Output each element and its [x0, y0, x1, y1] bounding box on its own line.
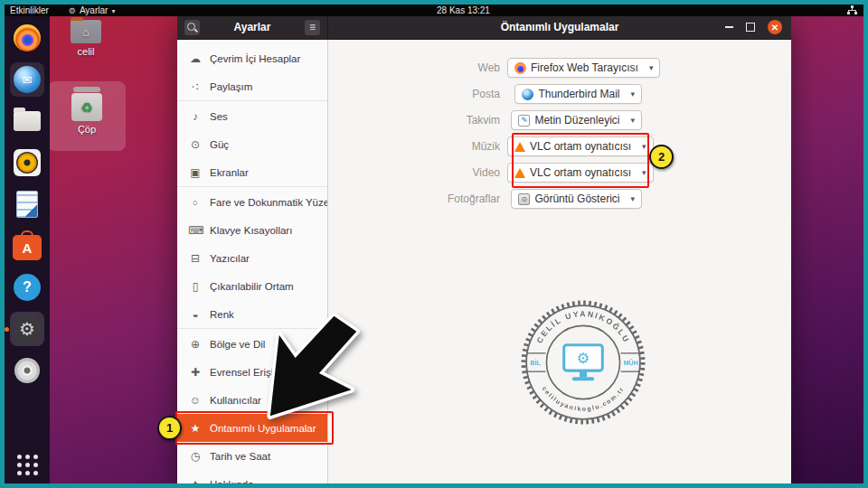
row-label: Fotoğraflar [328, 192, 507, 205]
svg-text:⚙: ⚙ [577, 350, 590, 366]
home-folder-icon: ⌂ [71, 20, 101, 43]
app-menu[interactable]: Ayarlar [69, 5, 116, 15]
sidebar-item-printers[interactable]: Yazıcılar [177, 244, 327, 272]
screen: Etkinlikler Ayarlar 28 Kas 13:21 ✉ A ? ⚙… [0, 0, 868, 488]
sidebar-item-label: Ses [210, 111, 228, 122]
activities-button[interactable]: Etkinlikler [10, 5, 49, 15]
accessibility-icon [188, 366, 203, 379]
page-title: Öntanımlı Uygulamalar [328, 21, 791, 33]
content-header: Öntanımlı Uygulamalar ✕ [328, 15, 791, 39]
dock-disc-icon[interactable] [10, 353, 44, 388]
network-icon[interactable] [847, 5, 857, 14]
desktop-icon-trash[interactable]: ♻ Çöp [48, 81, 126, 151]
sidebar-header: Ayarlar ≡ [177, 15, 328, 39]
default-app-row-mail: Posta Thunderbird Mail [328, 84, 642, 104]
window-header: Ayarlar ≡ Öntanımlı Uygulamalar ✕ [177, 15, 791, 40]
sidebar-item-label: Güç [210, 139, 229, 150]
firefox-icon [14, 24, 41, 52]
close-icon[interactable]: ✕ [768, 20, 782, 34]
sidebar-item-label: Tarih ve Saat [210, 451, 270, 462]
mouse-icon [188, 196, 203, 209]
annotation-marker-1: 1 [157, 416, 182, 440]
dropdown-value: Görüntü Gösterici [534, 192, 619, 205]
dock-files-icon[interactable] [10, 104, 44, 138]
dropdown-value: Firefox Web Tarayıcısı [531, 61, 638, 74]
thunderbird-icon [522, 89, 533, 100]
dropdown-value: VLC ortam oynatıcısı [530, 140, 631, 153]
sidebar-item-mouse-touchpad[interactable]: Fare ve Dokunmatik Yüzey [177, 188, 327, 216]
sidebar-item-label: Çevrim İçi Hesaplar [210, 53, 300, 64]
dock-software-icon[interactable]: A [10, 229, 44, 263]
sidebar-item-label: Fare ve Dokunmatik Yüzey [210, 197, 328, 208]
sidebar-item-online-accounts[interactable]: Çevrim İçi Hesaplar [177, 44, 327, 72]
sidebar-item-sharing[interactable]: Paylaşım [177, 72, 327, 100]
clock-icon [188, 450, 203, 463]
top-bar: Etkinlikler Ayarlar 28 Kas 13:21 [5, 4, 863, 16]
gear-icon: ⚙ [14, 316, 41, 343]
desktop-icon-label: Çöp [78, 124, 96, 135]
globe-icon [188, 338, 203, 351]
row-label: Müzik [328, 140, 507, 153]
watermark-stamp: CELİL UYANIKOĞLU celiluyanikoglu.com.tr … [519, 298, 647, 427]
printer-icon [188, 252, 203, 265]
running-indicator-dot [5, 327, 9, 332]
sidebar-item-keyboard-shortcuts[interactable]: Klavye Kısayolları [177, 216, 327, 244]
sidebar-item-about[interactable]: Hakkında [177, 470, 327, 483]
sidebar-item-label: Ekranlar [210, 167, 249, 178]
mail-app-dropdown[interactable]: Thunderbird Mail [514, 84, 642, 104]
video-app-dropdown[interactable]: VLC ortam oynatıcısı [507, 163, 654, 183]
search-button[interactable] [184, 20, 200, 35]
menu-button[interactable]: ≡ [305, 20, 320, 35]
default-app-row-photos: Fotoğraflar Görüntü Gösterici [328, 189, 642, 209]
sidebar-item-label: Klavye Kısayolları [210, 225, 292, 236]
firefox-icon [514, 62, 526, 74]
default-apps-rows: Web Firefox Web Tarayıcısı Posta Thunder… [328, 58, 642, 209]
music-app-dropdown[interactable]: VLC ortam oynatıcısı [507, 136, 654, 156]
chevron-down-icon [111, 5, 115, 15]
default-app-row-music: Müzik VLC ortam oynatıcısı [328, 136, 642, 156]
vlc-icon [514, 142, 525, 152]
text-editor-icon [518, 115, 530, 127]
dock-firefox-icon[interactable] [10, 21, 44, 55]
app-grid-icon[interactable] [17, 455, 38, 475]
web-app-dropdown[interactable]: Firefox Web Tarayıcısı [507, 58, 660, 78]
sidebar-item-displays[interactable]: Ekranlar [177, 158, 327, 186]
annotation-marker-2: 2 [649, 145, 674, 169]
separator [177, 186, 327, 187]
sidebar-item-date-time[interactable]: Tarih ve Saat [177, 442, 327, 470]
monitor-icon: ⚙ [564, 345, 603, 381]
dropdown-value: Metin Düzenleyici [534, 114, 619, 127]
default-app-row-calendar: Takvim Metin Düzenleyici [328, 110, 642, 130]
maximize-icon[interactable] [746, 23, 755, 32]
row-label: Video [328, 166, 507, 179]
sidebar-item-power[interactable]: Güç [177, 130, 327, 158]
usb-drive-icon [188, 280, 203, 293]
calendar-app-dropdown[interactable]: Metin Düzenleyici [511, 110, 642, 130]
minimize-icon[interactable] [725, 26, 733, 28]
keyboard-icon [188, 224, 203, 237]
vlc-icon [514, 168, 525, 178]
dropdown-value: Thunderbird Mail [538, 88, 619, 100]
annotation-arrow [233, 282, 382, 425]
window-controls: ✕ [725, 20, 791, 34]
photos-app-dropdown[interactable]: Görüntü Gösterici [511, 189, 642, 209]
sparkle-icon [188, 478, 203, 484]
desktop-icon-home[interactable]: ⌂ celil [63, 20, 108, 57]
stamp-right-text: MÜH [624, 359, 638, 367]
sidebar-item-label: Hakkında [210, 479, 254, 484]
dock: ✉ A ? ⚙ [5, 16, 50, 483]
clock[interactable]: 28 Kas 13:21 [437, 5, 490, 15]
trash-icon: ♻ [71, 93, 102, 121]
ubuntu-software-icon: A [13, 235, 42, 260]
desktop-icon-label: celil [78, 46, 95, 57]
document-icon [16, 191, 38, 218]
dock-thunderbird-icon[interactable]: ✉ [10, 62, 44, 97]
dock-settings-icon[interactable]: ⚙ [10, 312, 44, 346]
image-viewer-icon [518, 193, 530, 205]
color-icon [188, 308, 203, 321]
dock-rhythmbox-icon[interactable] [10, 145, 44, 180]
dock-writer-icon[interactable] [10, 187, 44, 221]
sidebar-item-sound[interactable]: Ses [177, 102, 327, 130]
dock-help-icon[interactable]: ? [10, 270, 44, 305]
row-label: Posta [328, 88, 507, 100]
